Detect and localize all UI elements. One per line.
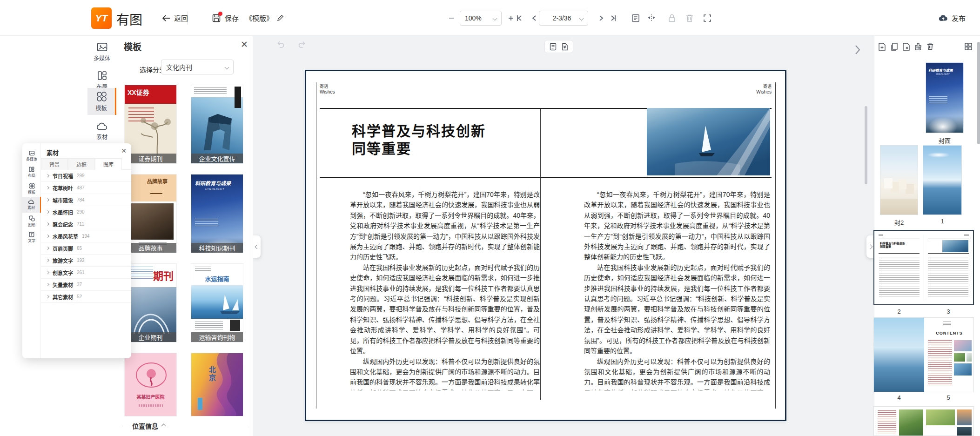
back-button[interactable]: 返回 [162, 0, 188, 36]
category-row[interactable]: 其它素材52 [41, 291, 131, 303]
last-page-button[interactable] [608, 12, 619, 24]
page-thumb-inside-cover[interactable] [880, 145, 918, 215]
canvas-scrollbar[interactable] [865, 106, 867, 184]
sailboat-photo[interactable] [647, 108, 770, 175]
tab-background[interactable]: 背景 [41, 158, 68, 170]
category-row[interactable]: 旅游文字192 [41, 255, 131, 267]
page-label-cover[interactable]: 封面 [926, 136, 964, 145]
page-view-toggle [544, 40, 573, 53]
page-label[interactable]: 4 [874, 394, 924, 401]
mini-toc-lines [878, 410, 896, 435]
template-card-science-journal[interactable]: 科研教育与成果 HIGHLIGHT 科技知识期刊 [191, 174, 243, 253]
assets-sidebar-item-template[interactable]: 模板 [22, 181, 41, 196]
page-settings-icon[interactable] [630, 12, 641, 24]
category-row[interactable]: 聚会纪念711 [41, 218, 131, 230]
spread-view-icon[interactable] [561, 43, 568, 51]
category-row[interactable]: 水墨怀旧290 [41, 206, 131, 218]
sidebar-item-assets[interactable]: 素材 [87, 120, 116, 144]
template-card-corporate-culture[interactable]: 企业文化宣传 [191, 85, 243, 164]
mini-eyebrow [964, 235, 969, 236]
page-thumb-cover[interactable]: 科研教育与成果 HIGHLIGHT [926, 62, 964, 133]
assets-sidebar-item-layout[interactable]: 布局 [22, 164, 41, 180]
page-label[interactable]: 2 [874, 308, 924, 315]
zoom-out-button[interactable] [446, 12, 457, 24]
edit-pencil-icon[interactable] [277, 14, 284, 21]
assets-sidebar-item-shapes[interactable]: 图形 [22, 213, 41, 229]
tab-border[interactable]: 边框 [68, 158, 95, 170]
page-label[interactable]: 3 [924, 308, 973, 315]
page-label[interactable]: 1 [923, 218, 962, 225]
app-logo[interactable]: YT [91, 7, 112, 29]
category-row[interactable]: 矢量素材37 [41, 279, 131, 291]
tab-gallery[interactable]: 图库 [95, 158, 122, 170]
category-row[interactable]: 花草树叶487 [41, 182, 131, 194]
category-row[interactable]: 创意文字261 [41, 267, 131, 279]
first-page-button[interactable] [514, 12, 525, 24]
next-page-button[interactable] [596, 12, 607, 24]
zoom-level-select[interactable]: 100% [460, 11, 502, 26]
save-button[interactable]: 保存 [212, 0, 239, 36]
redo-icon[interactable] [298, 41, 306, 48]
category-select[interactable]: 文化内刊 [161, 60, 234, 74]
eyebrow-right[interactable]: 寄语 Wishes [756, 84, 772, 94]
category-row[interactable]: 页眉页脚65 [41, 242, 131, 255]
right-panel-collapse-chevron[interactable] [854, 45, 861, 55]
category-count: 37 [77, 282, 82, 287]
category-name: 旅游文字 [53, 257, 73, 264]
remove-page-icon[interactable] [901, 42, 911, 51]
delete-page-icon[interactable] [926, 42, 935, 51]
template-card-enterprise-journal[interactable]: 期刊 企业期刊 [124, 263, 177, 342]
document-title[interactable]: 《模版》 [245, 0, 284, 36]
category-row[interactable]: 水墨风花草194 [41, 230, 131, 242]
page-thumb-spread-4-5[interactable]: CONTENTS [873, 317, 974, 392]
building-arcs [129, 289, 174, 334]
expand-right-panel-handle[interactable] [866, 235, 874, 258]
publish-button[interactable]: 发布 [938, 0, 966, 36]
category-count: 261 [77, 270, 85, 275]
text-column-page2[interactable]: “忽如一夜春风来，千树万树梨花开”，建国70年来，特别是改革开放以来，随着我国经… [350, 189, 540, 390]
single-page-view-icon[interactable] [550, 43, 557, 51]
position-info-section[interactable]: 位置信息 [122, 421, 248, 430]
sidebar-item-template[interactable]: 模板 [87, 88, 116, 115]
divider [122, 426, 128, 426]
category-row[interactable]: 节日祝福299 [41, 170, 131, 182]
page-label[interactable]: 5 [924, 394, 973, 401]
page-label[interactable]: 封2 [880, 218, 918, 227]
page-thumb-spread-2-3-selected[interactable]: 科学普及与科技创新同等重要 [873, 230, 974, 305]
delete-icon[interactable] [684, 12, 695, 24]
assets-sidebar-label: 模板 [28, 189, 35, 195]
template-card-brand-story[interactable]: 品牌故事 品牌故事 [124, 174, 177, 253]
pages-panel-scrollbar[interactable] [977, 42, 980, 144]
template-panel: 模板 ✕ 选择分类: 文化内刊 XX证券 证券期刊 企业文化宣传 品牌故事 [116, 36, 253, 436]
assets-sidebar-item-media[interactable]: 多媒体 [22, 148, 41, 164]
lock-icon[interactable] [666, 12, 678, 24]
mirror-align-icon[interactable] [646, 12, 657, 24]
page-thumb-spread-next-partial[interactable] [873, 406, 974, 436]
template-card-waterway-guide[interactable]: 水运指南 运输咨询刊物 [191, 263, 243, 342]
collapse-left-panel-handle[interactable] [253, 235, 261, 258]
template-card-hospital[interactable]: 某某妇产医院 [124, 353, 177, 416]
close-icon[interactable]: ✕ [120, 147, 128, 154]
fullscreen-icon[interactable] [702, 12, 713, 24]
eyebrow-left[interactable]: 寄语 Wishes [320, 84, 335, 94]
page-thumb-1[interactable] [923, 145, 962, 215]
cover-badge [230, 320, 240, 331]
template-card-securities[interactable]: XX证券 证券期刊 [124, 85, 177, 164]
category-row[interactable]: 城市建设784 [41, 194, 131, 206]
add-page-icon[interactable] [877, 42, 886, 51]
clear-page-icon[interactable] [913, 42, 923, 51]
article-title[interactable]: 科学普及与科技创新 同等重要 [352, 122, 486, 158]
undo-icon[interactable] [276, 41, 285, 48]
document-spread[interactable]: 寄语 Wishes 寄语 Wishes [305, 70, 786, 421]
close-icon[interactable]: ✕ [239, 40, 249, 50]
grid-view-icon[interactable] [964, 42, 973, 51]
prev-page-button[interactable] [529, 12, 540, 24]
text-column-page3[interactable]: “忽如一夜春风来，千树万树梨花开”，建国70年来，特别是改革开放以来，随着我国经… [584, 189, 770, 390]
assets-sidebar-item-assets[interactable]: 素材 [22, 197, 41, 213]
spread-fold-line [924, 235, 924, 301]
copy-page-icon[interactable] [889, 42, 899, 51]
page-indicator-select[interactable]: 2-3/36 [539, 11, 588, 26]
sidebar-item-media[interactable]: 多媒体 [87, 40, 116, 64]
template-card-beijing[interactable]: 北京 [191, 353, 243, 416]
assets-sidebar-item-text[interactable]: 文字 [22, 229, 41, 245]
